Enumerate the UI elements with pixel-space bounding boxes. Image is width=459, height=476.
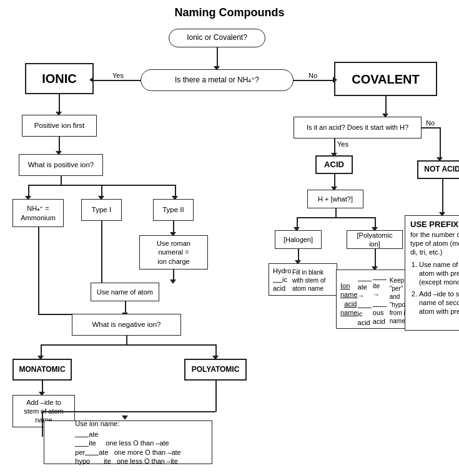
ionic-or-covalent-box: Ionic or Covalent? bbox=[169, 29, 265, 47]
arrow-polyatom-down bbox=[375, 249, 376, 268]
arrow-to-type2 bbox=[175, 185, 176, 197]
arrow-ionic-down bbox=[59, 94, 60, 113]
arrow-halogen-hydro bbox=[298, 249, 299, 261]
arrow-poly-down bbox=[215, 381, 217, 412]
use-ion-name-content: Use ion name: ate ite one less O than –a… bbox=[75, 419, 180, 465]
use-ion-name-box: Use ion name: ate ite one less O than –a… bbox=[44, 420, 212, 464]
nh4-box: NH₄⁺ = Ammonium bbox=[12, 199, 64, 227]
arrow-h-down bbox=[335, 208, 337, 218]
arrow-acid-no-right bbox=[422, 127, 440, 129]
arrow-acid-no-down bbox=[440, 127, 441, 158]
positive-ion-first-box: Positive ion first bbox=[22, 115, 97, 137]
covalent-label-box: COVALENT bbox=[334, 62, 437, 96]
page: Naming Compounds Ionic or Covalent? Is t… bbox=[0, 0, 459, 476]
page-title: Naming Compounds bbox=[9, 6, 450, 19]
what-negative-box: What is negative ion? bbox=[72, 314, 181, 336]
arrow-h-split bbox=[297, 217, 375, 218]
arrow-to-poly bbox=[215, 344, 217, 357]
arrow-acid-yes-down bbox=[334, 138, 335, 154]
flowchart: Ionic or Covalent? Is there a metal or N… bbox=[9, 26, 450, 469]
arrow-to-type1 bbox=[101, 185, 102, 197]
arrow-top-down bbox=[217, 47, 218, 67]
not-acid-box: NOT ACID bbox=[417, 160, 459, 179]
is-metal-box: Is there a metal or NH₄⁺? bbox=[141, 69, 294, 91]
monatomic-box: MONATOMIC bbox=[12, 359, 72, 381]
yes-acid-label: Yes bbox=[336, 140, 350, 148]
what-positive-box: What is positive ion? bbox=[19, 154, 103, 176]
arrowhead-covalent bbox=[333, 77, 337, 83]
arrow-metal-to-covalent bbox=[293, 80, 335, 81]
h-what-box: H + [what?] bbox=[307, 190, 363, 208]
halogen-box: [Halogen] bbox=[275, 230, 322, 249]
is-acid-box: Is it an acid? Does it start with H? bbox=[294, 117, 422, 138]
acid-box: ACID bbox=[315, 155, 353, 174]
use-prefixes-box: USE PREFIXES for the number of each type… bbox=[405, 215, 459, 331]
arrow-covalent-down bbox=[385, 96, 387, 115]
arrow-type1-down bbox=[101, 221, 102, 283]
arrow-what-pos-down bbox=[61, 176, 62, 185]
hydro-acid-box: Hydroic acid Fill in blank with stem of … bbox=[269, 263, 337, 296]
arrowhead-name-atom bbox=[170, 279, 176, 284]
no-not-acid-label: No bbox=[425, 119, 436, 127]
arrow-ide-right bbox=[42, 411, 125, 412]
arrow-to-nh4 bbox=[28, 185, 29, 197]
yes-ionic-label: Yes bbox=[111, 72, 125, 79]
no-covalent-label: No bbox=[307, 72, 318, 79]
arrow-acid-h bbox=[334, 174, 335, 188]
arrow-notacid-prefixes bbox=[442, 179, 443, 213]
arrow-name-to-neg bbox=[125, 301, 126, 314]
ionic-label-box: IONIC bbox=[25, 63, 94, 94]
arrowhead-ionic bbox=[89, 77, 94, 83]
arrow-mono-ide bbox=[42, 381, 43, 393]
arrow-type2-roman bbox=[173, 221, 174, 233]
polyatomic-ion-box: [Polyatomic ion] bbox=[347, 230, 403, 249]
arrow-add-ide-down bbox=[42, 412, 43, 436]
roman-numeral-box: Use roman numeral = ion charge bbox=[139, 235, 208, 270]
arrow-nh4-down bbox=[38, 227, 39, 314]
arrow-metal-to-ionic bbox=[94, 80, 141, 81]
type1-box: Type I bbox=[81, 199, 122, 221]
use-name-atom-box: Use name of atom bbox=[91, 283, 159, 301]
arrow-neg-split bbox=[41, 344, 215, 346]
arrow-poly-to-ion bbox=[125, 411, 215, 412]
arrow-to-mono bbox=[41, 344, 42, 357]
arrow-pos-down bbox=[59, 137, 60, 152]
polyatomic-box: POLYATOMIC bbox=[184, 359, 247, 381]
type2-box: Type II bbox=[153, 199, 194, 221]
arrow-neg-down bbox=[126, 336, 127, 345]
